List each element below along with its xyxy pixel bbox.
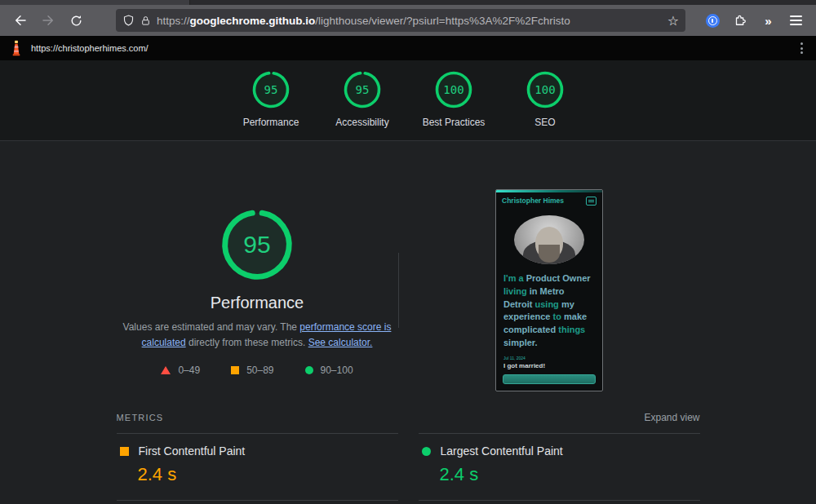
average-square-icon [120,447,129,456]
thumbnail-bottom-bar [503,374,596,384]
legend-pass: 90–100 [305,365,353,376]
see-calculator-link[interactable]: See calculator. [308,337,373,348]
score-value: 95 [251,70,290,109]
legend-range: 50–89 [246,365,273,376]
forward-arrow-icon [41,13,55,28]
score-value: 100 [526,70,565,109]
metric-value: 2.4 s [138,464,398,485]
puzzle-piece-icon [733,13,747,28]
score-value: 100 [434,70,473,109]
forward-button[interactable] [36,9,60,32]
url-scheme: https:// [157,15,190,27]
lighthouse-logo-icon [10,40,23,56]
lighthouse-topbar: https://christopherhimes.com/ [0,36,816,60]
summary-gauge-seo[interactable]: 100 SEO [499,70,591,128]
browser-toolbar: https://googlechrome.github.io/lighthous… [0,5,816,36]
tab-strip [0,0,816,5]
summary-gauge-accessibility[interactable]: 95 Accessibility [317,70,408,128]
metric-cumulative-layout-shift: Cumulative Layout Shift [419,500,700,504]
fail-triangle-icon [161,366,171,374]
score-label: Performance [243,117,299,128]
legend-average: 50–89 [231,365,273,376]
metric-largest-contentful-paint: Largest Contentful Paint 2.4 s [419,433,700,497]
score-label: Accessibility [335,117,388,128]
legend-range: 0–49 [178,365,200,376]
back-button[interactable] [8,9,33,32]
hamburger-menu-icon [790,15,802,25]
onepassword-extension-button[interactable] [700,9,725,32]
extensions-button[interactable] [728,9,752,32]
summary-gauge-performance[interactable]: 95 Performance [225,70,317,128]
thumbnail-site-title: Christopher Himes [502,197,564,205]
url-domain: googlechrome.github.io [190,15,316,27]
thumbnail-post-title: I got married! [496,360,602,369]
summary-gauge-best-practices[interactable]: 100 Best Practices [408,70,499,128]
back-arrow-icon [13,13,28,28]
description-text: directly from these metrics. [186,337,308,348]
app-menu-button[interactable] [783,9,808,32]
double-chevron-icon: » [765,14,770,28]
description-text: Values are estimated and may vary. The [123,321,300,333]
metric-name: Largest Contentful Paint [441,444,563,458]
tested-url: https://christopherhimes.com/ [31,43,149,53]
url-bar[interactable]: https://googlechrome.github.io/lighthous… [116,9,685,32]
metric-total-blocking-time: Total Blocking Time [117,500,398,504]
performance-main-gauge: 95 [220,207,295,282]
average-square-icon [231,366,239,374]
url-path: /lighthouse/viewer/?psiurl=https%3A%2F%2… [315,15,570,27]
reload-button[interactable] [64,9,88,32]
expand-view-button[interactable]: Expand view [644,412,699,423]
score-description: Values are estimated and may vary. The p… [122,320,392,350]
lock-icon[interactable] [140,15,151,27]
category-title: Performance [211,294,304,312]
thumbnail-menu-icon [586,197,596,206]
metric-first-contentful-paint: First Contentful Paint 2.4 s [117,433,398,497]
score-legend: 0–49 50–89 90–100 [161,365,353,376]
metric-value: 2.4 s [440,464,700,485]
toolbar-overflow-button[interactable]: » [756,9,780,32]
score-label: SEO [534,117,555,128]
report-body: 95 Performance Values are estimated and … [117,141,700,504]
thumbnail-avatar [514,215,584,264]
scores-summary: 95 Performance 95 Accessibility 100 Best… [0,60,816,141]
thumbnail-post-date: Jul 11, 2024 [496,350,602,360]
bookmark-star-icon[interactable]: ☆ [667,13,679,29]
url-text: https://googlechrome.github.io/lighthous… [157,15,663,27]
report-menu-button[interactable] [797,39,806,57]
reload-icon [69,14,83,28]
metric-name: First Contentful Paint [139,444,246,458]
pass-circle-icon [305,366,313,374]
thumbnail-bio-text: I'm a Product Owner living in Metro Detr… [496,264,602,351]
legend-fail: 0–49 [161,365,200,376]
score-value: 95 [343,70,382,109]
metrics-section-label: METRICS [117,413,164,422]
score-label: Best Practices [423,117,486,128]
legend-range: 90–100 [321,365,353,376]
performance-score-value: 95 [220,207,295,282]
pass-circle-icon [422,447,431,456]
onepassword-icon [706,14,720,28]
final-screenshot-thumbnail: Christopher Himes I'm a Product Owner li… [495,189,603,391]
active-tab-edge[interactable] [0,0,190,5]
tracking-shield-icon[interactable] [122,14,135,27]
